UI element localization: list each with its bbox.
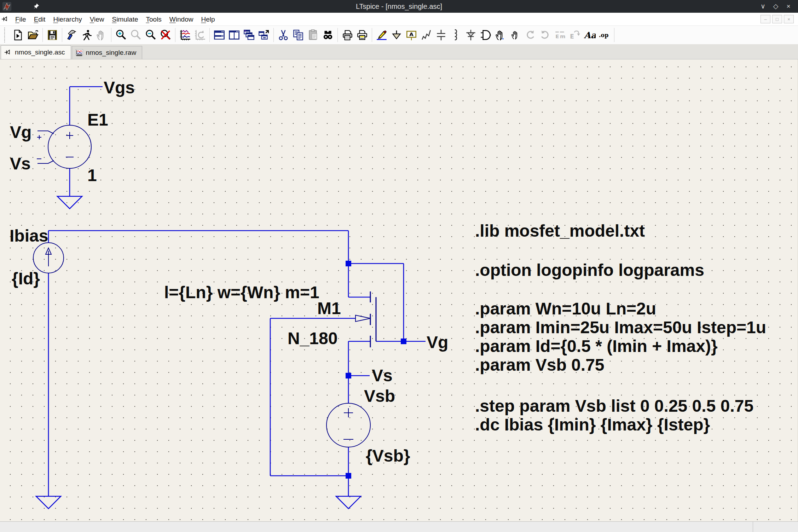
spice-directive-line-7[interactable]: .step param Vsb list 0 0.25 0.5 0.75 — [475, 397, 753, 415]
component-ref-ibias[interactable]: Ibias — [10, 226, 48, 245]
tab-label: nmos_single.raw — [86, 49, 137, 57]
label-net-icon[interactable]: A — [404, 27, 419, 43]
copy-icon[interactable] — [291, 27, 306, 43]
print-preview-icon[interactable] — [340, 27, 355, 43]
move-icon[interactable] — [493, 27, 508, 43]
child-minimize-button[interactable]: – — [761, 15, 770, 23]
schematic-canvas[interactable]: VgsE1VgVs1Ibias{Id}l={Ln} w={Wn} m=1M1N_… — [0, 59, 798, 521]
component-model-m1[interactable]: N_180 — [288, 329, 337, 348]
toolbar-separator — [273, 28, 274, 42]
child-close-button[interactable]: × — [784, 15, 794, 23]
svg-text:E: E — [570, 33, 574, 40]
component-m1-nmos[interactable] — [355, 291, 376, 347]
undo-icon[interactable] — [523, 27, 538, 43]
plot-settings-icon[interactable] — [178, 27, 192, 43]
zoom-full-extents-icon[interactable] — [158, 27, 173, 43]
junction-dot — [346, 473, 351, 479]
junction-dot — [346, 373, 351, 378]
drag-icon[interactable] — [508, 27, 523, 43]
activate-window-icon[interactable] — [256, 27, 271, 43]
menu-items: FileEditHierarchyViewSimulateToolsWindow… — [11, 13, 219, 25]
zoom-back-icon[interactable] — [128, 27, 143, 43]
menu-tools[interactable]: Tools — [142, 13, 166, 25]
place-capacitor-icon[interactable] — [434, 27, 449, 43]
run-simulation-icon[interactable] — [79, 27, 94, 43]
spice-directive-line-6[interactable]: .param Vsb 0.75 — [475, 355, 605, 374]
toolbar-gripper[interactable] — [4, 28, 7, 42]
tile-vertical-icon[interactable] — [227, 27, 242, 43]
toolbar-separator — [175, 28, 175, 42]
redo-icon[interactable] — [538, 27, 553, 43]
window-close-button[interactable]: × — [785, 0, 792, 13]
spice-directive-icon[interactable]: .op — [597, 27, 612, 43]
window-maximize-button[interactable]: ◇ — [772, 0, 780, 13]
net-label-vg[interactable]: Vg — [427, 333, 448, 352]
toolbar-separator — [614, 28, 614, 42]
component-value-vsb[interactable]: {Vsb} — [366, 446, 410, 465]
spice-directive-line-3[interactable]: .param Wn=10u Ln=2u — [475, 299, 656, 318]
net-label-vs[interactable]: Vs — [372, 366, 393, 385]
mirror-icon[interactable]: Em — [553, 27, 567, 43]
schematic-icon — [4, 48, 12, 56]
spice-directive-line-2[interactable]: .option logopinfo logparams — [475, 261, 704, 279]
print-icon[interactable] — [355, 27, 370, 43]
component-vsb-voltage-source[interactable] — [326, 403, 370, 447]
tab-nmos_single.raw[interactable]: nmos_single.raw — [72, 46, 143, 59]
open-file-icon[interactable] — [25, 27, 40, 43]
menu-help[interactable]: Help — [197, 13, 219, 25]
menu-view[interactable]: View — [86, 13, 108, 25]
window-minimize-button[interactable]: ∨ — [759, 0, 767, 13]
place-ground-icon[interactable] — [389, 27, 404, 43]
component-ref-e1[interactable]: E1 — [87, 110, 108, 129]
autorange-icon[interactable] — [192, 27, 207, 43]
component-value-e1[interactable]: 1 — [87, 166, 97, 185]
toolbar-separator — [337, 28, 338, 42]
menu-hierarchy[interactable]: Hierarchy — [49, 13, 86, 25]
paste-icon[interactable] — [306, 27, 320, 43]
menu-simulate[interactable]: Simulate — [108, 13, 142, 25]
svg-text:E: E — [555, 33, 559, 40]
net-label-vg-control[interactable]: Vg — [10, 123, 31, 141]
save-icon[interactable] — [45, 27, 60, 43]
spice-directive-line-5[interactable]: .param Id={0.5 * (Imin + Imax)} — [475, 337, 718, 355]
place-text-icon[interactable]: Aa — [582, 27, 597, 43]
pin-icon[interactable] — [33, 3, 40, 10]
component-params-m1[interactable]: l={Ln} w={Wn} m=1 — [164, 283, 319, 302]
tab-nmos_single.asc[interactable]: nmos_single.asc — [1, 45, 71, 59]
menu-edit[interactable]: Edit — [30, 13, 50, 25]
child-restore-button[interactable]: □ — [772, 15, 782, 23]
ground-symbols[interactable] — [36, 196, 361, 509]
place-diode-icon[interactable] — [463, 27, 478, 43]
zoom-in-icon[interactable] — [114, 27, 128, 43]
component-ref-vsb[interactable]: Vsb — [364, 387, 395, 405]
find-icon[interactable] — [320, 27, 335, 43]
control-panel-icon[interactable] — [64, 27, 79, 43]
net-label-vgs[interactable]: Vgs — [104, 78, 135, 97]
place-resistor-icon[interactable] — [419, 27, 434, 43]
tile-horizontal-icon[interactable] — [212, 27, 227, 43]
spice-directive-line-1[interactable]: .lib mosfet_model.txt — [475, 221, 645, 240]
cut-icon[interactable] — [276, 27, 291, 43]
svg-text:Aa: Aa — [584, 30, 596, 40]
cascade-windows-icon[interactable] — [242, 27, 256, 43]
component-value-ibias[interactable]: {Id} — [12, 269, 40, 288]
spice-directive-line-8[interactable]: .dc Ibias {Imin} {Imax} {Istep} — [475, 415, 710, 434]
place-inductor-icon[interactable] — [449, 27, 463, 43]
place-component-icon[interactable] — [478, 27, 493, 43]
menu-file[interactable]: File — [11, 13, 30, 25]
draw-wire-icon[interactable] — [374, 27, 389, 43]
new-schematic-icon[interactable] — [11, 27, 25, 43]
halt-simulation-icon[interactable] — [94, 27, 109, 43]
component-ibias-current-source[interactable] — [33, 243, 64, 273]
component-ref-m1[interactable]: M1 — [317, 299, 341, 318]
ground-symbol — [336, 496, 361, 509]
zoom-out-icon[interactable] — [143, 27, 158, 43]
component-e1-vcvs[interactable] — [37, 125, 91, 168]
ltspice-logo-icon — [2, 1, 12, 12]
spice-directive-line-4[interactable]: .param Imin=25u Imax=50u Istep=1u — [475, 318, 766, 337]
rotate-icon[interactable]: E — [567, 27, 582, 43]
net-label-vs-control[interactable]: Vs — [10, 154, 31, 173]
menu-window[interactable]: Window — [166, 13, 197, 25]
ltspice-window: LTspice - [nmos_single.asc] ∨◇× FileEdit… — [0, 0, 798, 532]
status-bar — [0, 521, 798, 532]
